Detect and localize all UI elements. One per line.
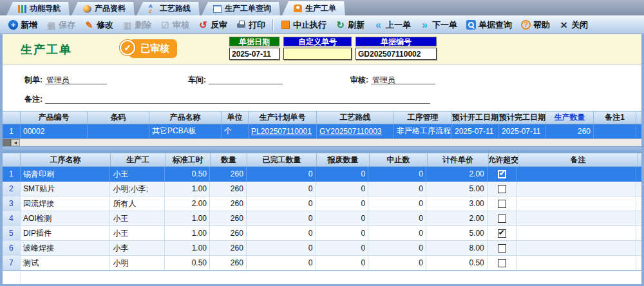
next-doc-button[interactable]: » 下一单 [415,18,462,32]
tab-label: 生产工单 [305,3,336,14]
maker-field[interactable]: 管理员 [45,75,107,84]
col-halt-qty[interactable]: 中止数 [370,153,428,166]
finish-date-cell[interactable]: 2025-07-11 [499,124,546,138]
col-finish-date[interactable]: 预计完工日期 [499,111,546,124]
route-no-link[interactable]: GY202507110003 [319,127,382,136]
col-allow-over[interactable]: 允许超交 [489,153,518,166]
col-barcode[interactable]: 条码 [88,111,149,124]
col-process-name[interactable]: 工序名称 [21,153,111,166]
doc-no-value[interactable]: GD202507110002 [355,48,437,60]
edit-button[interactable]: ✎ 修改 [80,18,118,32]
custom-no-label: 自定义单号 [283,37,352,46]
allow-over-checkbox[interactable] [498,200,506,208]
col-product-code[interactable]: 产品编号 [21,111,88,124]
unaudit-button[interactable]: ↺ 反审 [194,18,232,32]
col-plan-no[interactable]: 生产计划单号 [249,111,317,124]
workshop-label: 车间: [188,75,206,86]
tab-process-route[interactable]: 工艺路线 [137,2,200,15]
process-mgmt-cell[interactable]: 非严格工序流程 [394,124,452,138]
row-number: 5 [3,226,21,241]
row-number: 4 [3,211,21,226]
add-button[interactable]: + 新增 [4,18,42,32]
process-row[interactable]: 5 DIP插件 小王 1.00 260 0 0 0 5.00 [3,226,641,241]
process-row[interactable]: 1 锡膏印刷 小王 0.50 260 0 0 0 2.00 [3,167,641,182]
sort-az-icon [148,5,156,13]
delete-button[interactable]: ▥ 删除 [118,18,156,32]
note1-cell[interactable] [594,124,636,138]
col-process-mgmt[interactable]: 工序管理 [394,111,452,124]
doc-date-group: 单据日期 2025-07-11 [229,37,279,60]
col-qty[interactable]: 数量 [211,153,247,166]
tab-function-nav[interactable]: 功能导航 [6,2,70,15]
allow-over-checkbox[interactable] [498,170,506,178]
maker-label: 制单: [24,75,43,86]
col-done-qty[interactable]: 已完工数量 [247,153,317,166]
unit-cell[interactable]: 个 [222,124,249,138]
row-header-strip [3,271,21,284]
refresh-button[interactable]: ↻ 刷新 [331,18,369,32]
status-badge: ✓ 已审核 [129,39,177,58]
close-button[interactable]: ✕ 关闭 [554,18,592,32]
scrollbar-track[interactable] [20,139,641,146]
grid-splitter[interactable] [3,147,641,153]
tab-label: 生产工单查询 [225,3,271,14]
scrollbar-corner [3,139,11,146]
product-row[interactable]: 1 00002 其它PCBA板 个 PL202507110001 GY20250… [3,124,641,138]
product-hscrollbar[interactable]: ◄ [3,138,641,146]
col-route[interactable]: 工艺路线 [317,111,394,124]
chart-icon [18,5,26,13]
start-date-cell[interactable]: 2025-07-11 [452,124,499,138]
col-worker[interactable]: 生产工 [111,153,166,166]
allow-over-checkbox[interactable] [498,214,506,223]
tab-label: 功能导航 [30,3,61,14]
col-start-date[interactable]: 预计开工日期 [452,111,499,124]
col-note[interactable]: 备注 [518,153,638,166]
product-name-cell[interactable]: 其它PCBA板 [149,124,222,138]
stop-execution-button[interactable]: 中止执行 [276,18,331,32]
print-button[interactable]: 打印 [232,18,270,32]
doc-date-value[interactable]: 2025-07-11 [229,48,279,60]
allow-over-checkbox[interactable] [498,259,506,267]
double-right-arrow-icon: » [420,20,430,30]
previous-doc-button[interactable]: « 上一单 [369,18,415,32]
tab-label: 产品资料 [95,3,126,14]
process-row[interactable]: 7 测试 小明 0.50 260 0 0 0 0.50 [3,256,641,271]
help-button[interactable]: ? 帮助 [516,18,554,32]
custom-no-input[interactable] [283,48,352,60]
product-code-cell[interactable]: 00002 [21,124,88,138]
document-frame: 生产工单 ✓ 已审核 单据日期 2025-07-11 自定义单号 单据编号 GD… [0,34,644,286]
tab-label: 工艺路线 [160,3,191,14]
process-row[interactable]: 2 SMT贴片 小明;小李; 1.00 260 0 0 0 5.00 [3,182,641,196]
col-std-hours[interactable]: 标准工时 [166,153,211,166]
col-piece-price[interactable]: 计件单价 [428,153,489,166]
col-prod-qty[interactable]: 生产数量 [546,111,594,124]
product-table: 产品编号 条码 产品名称 单位 生产计划单号 工艺路线 工序管理 预计开工日期 … [3,111,641,147]
allow-over-checkbox[interactable] [498,229,506,238]
process-row[interactable]: 6 波峰焊接 小李 1.00 260 0 0 0 8.00 [3,241,641,256]
tab-product-data[interactable]: 产品资料 [71,2,135,15]
remark-field[interactable] [45,94,430,104]
allow-over-checkbox[interactable] [498,244,506,253]
row-header [3,111,21,124]
col-product-name[interactable]: 产品名称 [149,111,222,124]
col-unit[interactable]: 单位 [222,111,249,124]
barcode-cell[interactable] [88,124,149,138]
col-note1[interactable]: 备注1 [594,111,636,124]
tab-workorder-query[interactable]: 生产工单查询 [202,2,280,15]
audit-button[interactable]: ☑ 审核 [156,18,194,32]
doc-no-group: 单据编号 GD202507110002 [355,37,437,60]
prod-qty-cell[interactable]: 260 [546,124,594,138]
doc-query-button[interactable]: 单据查询 [462,18,516,32]
process-row[interactable]: 4 AOI检测 小王 1.00 260 0 0 0 2.00 [3,211,641,226]
save-button[interactable]: ▦ 保存 [42,18,80,32]
allow-over-checkbox[interactable] [498,185,506,193]
scroll-left-button[interactable]: ◄ [11,139,20,146]
tab-workorder[interactable]: 生产工单 [282,1,345,15]
process-row[interactable]: 3 回流焊接 所有人 2.00 260 0 0 0 3.00 [3,196,641,211]
refresh-icon: ↻ [336,20,345,30]
auditor-field[interactable]: 管理员 [371,75,435,84]
plan-no-link[interactable]: PL202507110001 [251,127,312,136]
col-scrap-qty[interactable]: 报废数量 [317,153,370,166]
product-table-header: 产品编号 条码 产品名称 单位 生产计划单号 工艺路线 工序管理 预计开工日期 … [3,111,641,124]
workshop-field[interactable] [209,75,283,84]
